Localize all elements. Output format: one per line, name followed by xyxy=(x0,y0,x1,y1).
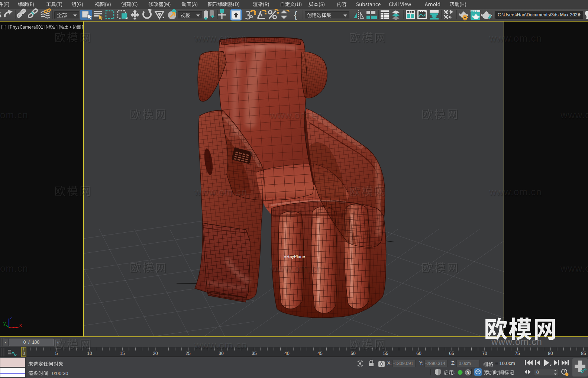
svg-text:y: y xyxy=(3,320,6,326)
svg-text:z: z xyxy=(10,315,12,320)
svg-text:0: 0 xyxy=(536,370,539,375)
svg-text:0: 0 xyxy=(467,371,469,375)
svg-text:x: x xyxy=(19,322,22,328)
svg-text:{: { xyxy=(294,9,297,20)
